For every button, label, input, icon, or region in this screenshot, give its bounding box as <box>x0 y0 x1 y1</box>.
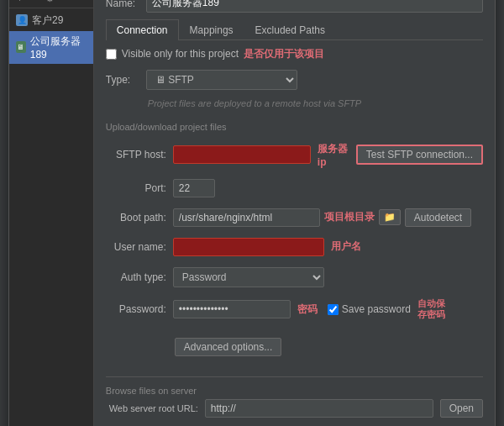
deployment-dialog: D Deployment ✕ + − ⚙ 👤 客户29 🖥 公司服务器189 <box>8 0 496 426</box>
password-annotation: 密码 <box>297 302 318 317</box>
username-annotation: 用户名 <box>331 239 361 254</box>
type-select[interactable]: 🖥 SFTP <box>146 70 297 90</box>
boot-path-row: Boot path: 项目根目录 📁 Autodetect <box>106 208 483 227</box>
name-row: Name: <box>106 0 483 13</box>
sftp-host-row: SFTP host: 服务器ip Test SFTP connection... <box>106 142 483 168</box>
boot-path-input[interactable] <box>173 208 320 227</box>
save-password-label: Save password <box>342 303 411 315</box>
type-info: Project files are deployed to a remote h… <box>148 98 483 108</box>
folder-browse-button[interactable]: 📁 <box>379 209 401 225</box>
auth-type-select[interactable]: Password <box>173 267 324 287</box>
visible-annotation: 是否仅用于该项目 <box>244 47 324 61</box>
sidebar-item-server189[interactable]: 🖥 公司服务器189 <box>9 31 93 64</box>
tab-connection[interactable]: Connection <box>106 19 179 40</box>
port-label: Port: <box>106 182 166 194</box>
visible-only-label: Visible only for this project <box>122 48 239 60</box>
password-input[interactable] <box>173 300 291 318</box>
sftp-host-label: SFTP host: <box>106 149 166 160</box>
boot-path-label: Boot path: <box>106 212 166 224</box>
username-input[interactable] <box>173 238 324 256</box>
boot-path-annotation: 项目根目录 <box>324 210 375 224</box>
web-url-input[interactable] <box>205 399 433 418</box>
save-password-row: Save password <box>328 303 411 315</box>
sftp-host-input[interactable] <box>173 145 311 164</box>
type-row: Type: 🖥 SFTP <box>106 70 483 90</box>
sftp-host-annotation: 服务器ip <box>318 142 349 168</box>
sidebar-toolbar: + − ⚙ <box>9 0 93 8</box>
browse-section: Browse files on server Web server root U… <box>106 376 483 422</box>
person-icon: 👤 <box>16 14 28 26</box>
add-deployment-button[interactable]: + <box>14 0 25 5</box>
sidebar-item-client29[interactable]: 👤 客户29 <box>9 10 93 31</box>
web-url-row: Web server root URL: Open <box>106 399 483 418</box>
browse-section-title: Browse files on server <box>106 386 483 396</box>
tab-mappings[interactable]: Mappings <box>179 19 244 40</box>
name-label: Name: <box>106 0 139 9</box>
username-label: User name: <box>106 241 166 253</box>
tab-excluded-paths[interactable]: Excluded Paths <box>244 19 336 40</box>
visible-only-row: Visible only for this project 是否仅用于该项目 <box>106 47 483 61</box>
advanced-options-container: Advanced options... <box>175 334 483 360</box>
advanced-options-button[interactable]: Advanced options... <box>175 338 281 356</box>
test-sftp-button[interactable]: Test SFTP connection... <box>356 145 483 165</box>
sidebar-item-label-client29: 客户29 <box>32 13 63 28</box>
content-area: + − ⚙ 👤 客户29 🖥 公司服务器189 Name: Connecti <box>9 0 495 426</box>
name-input[interactable] <box>146 0 483 13</box>
open-button[interactable]: Open <box>440 399 483 418</box>
main-panel: Name: Connection Mappings Excluded Paths… <box>94 0 495 426</box>
auth-type-label: Auth type: <box>106 271 166 283</box>
username-row: User name: 用户名 <box>106 238 483 256</box>
tabs: Connection Mappings Excluded Paths <box>106 19 483 40</box>
web-url-label: Web server root URL: <box>106 403 198 413</box>
sidebar-item-label-server189: 公司服务器189 <box>30 34 87 60</box>
boot-path-controls: 项目根目录 📁 Autodetect <box>173 208 471 227</box>
save-password-checkbox[interactable] <box>328 304 339 315</box>
password-row: Password: 密码 Save password 自动保 存密码 <box>106 298 483 320</box>
settings-deployment-button[interactable]: ⚙ <box>43 0 57 5</box>
type-label: Type: <box>106 74 139 86</box>
port-input[interactable] <box>173 179 215 197</box>
remove-deployment-button[interactable]: − <box>29 0 39 5</box>
auth-type-row: Auth type: Password <box>106 267 483 287</box>
password-controls: 密码 Save password 自动保 存密码 <box>173 298 445 320</box>
port-row: Port: <box>106 179 483 197</box>
autodetect-button[interactable]: Autodetect <box>405 208 471 227</box>
server-icon: 🖥 <box>16 41 26 53</box>
visible-only-checkbox[interactable] <box>106 49 117 60</box>
upload-section-title: Upload/download project files <box>106 122 483 132</box>
password-label: Password: <box>106 303 166 315</box>
sidebar: + − ⚙ 👤 客户29 🖥 公司服务器189 <box>9 0 94 426</box>
save-annotation: 自动保 存密码 <box>417 298 445 320</box>
